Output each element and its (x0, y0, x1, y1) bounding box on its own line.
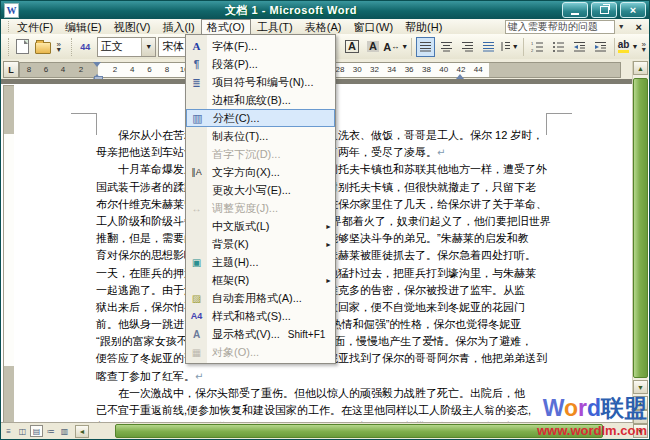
toolbar-grip[interactable] (4, 38, 9, 56)
menubar-item-1[interactable]: 文件(F) (11, 19, 59, 34)
document-line: 国武装干涉者的蹂躏和匪帮的洗劫。红军解放了谢别托夫卡镇，但很快就撤走了，只留下老 (96, 179, 576, 196)
distribute-button[interactable] (479, 37, 498, 57)
menu-item-显示格式[interactable]: A显示格式(V)...Shift+F1 (186, 325, 335, 343)
paragraph-mark: ↵ (437, 147, 445, 158)
char-shading-button[interactable]: A (363, 37, 382, 57)
line-spacing-button[interactable]: ▼ (500, 37, 519, 57)
tab-selector-button[interactable]: L (3, 61, 19, 78)
menubar-item-2[interactable]: 编辑(E) (59, 19, 108, 34)
style-combo-arrow-icon[interactable]: ▼ (141, 38, 155, 56)
ruler-number: 32 (370, 65, 379, 74)
menu-item-样式和格式[interactable]: A4样式和格式(S)... (186, 307, 335, 325)
menubar-item-7[interactable]: 表格(A) (299, 19, 348, 34)
ruler-number: 36 (405, 65, 414, 74)
help-question-box[interactable]: 键入需要帮助的问题 (505, 20, 615, 34)
watermark-url: www.wordlm.com (537, 424, 647, 437)
right-indent-marker[interactable] (456, 70, 464, 79)
menu-item-边框和底纹[interactable]: 边框和底纹(B)... (186, 91, 335, 109)
char-scale-button[interactable]: A↔▼ (384, 37, 406, 57)
ruler-number: 30 (353, 65, 362, 74)
bullets-button[interactable] (549, 37, 568, 57)
web-layout-view-button[interactable]: ◫ (16, 425, 29, 437)
menu-item-框架[interactable]: 框架(R)► (186, 271, 335, 289)
menu-item-分栏[interactable]: ▥分栏(C)... (186, 109, 335, 127)
center-button[interactable] (437, 37, 456, 57)
menubar-item-5[interactable]: 格式(O) (201, 19, 251, 34)
menu-item-label: 调整宽度(J)... (212, 201, 278, 216)
menu-item-字体[interactable]: A字体(F)... (186, 37, 335, 55)
decrease-indent-button[interactable] (570, 37, 589, 57)
close-button[interactable]: × (620, 2, 646, 18)
menu-item-label: 边框和底纹(B)... (212, 93, 291, 108)
new-document-button[interactable] (13, 37, 32, 57)
open-button[interactable] (34, 37, 53, 57)
numbering-button[interactable]: 12 (528, 37, 547, 57)
standard-toolbar-overflow-button[interactable]: »▾ (54, 42, 64, 52)
vertical-scrollbar-thumb[interactable] (633, 78, 648, 378)
justify-button[interactable] (416, 37, 435, 57)
ruler-number: 8 (27, 65, 31, 74)
outline-view-button[interactable]: ≔ (44, 425, 57, 437)
format-menu: A字体(F)...¶段落(P)...≣项目符号和编号(N)...边框和底纹(B)… (185, 34, 336, 364)
ruler-number: 8 (165, 65, 169, 74)
menu-item-中文版式[interactable]: 中文版式(L)► (186, 217, 335, 235)
menubar-grip[interactable] (3, 21, 9, 32)
close-icon: × (630, 5, 636, 15)
toolbar-separator (614, 38, 615, 56)
scroll-down-button[interactable]: ▼ (633, 380, 648, 394)
scroll-up-button[interactable]: ▲ (633, 61, 648, 75)
document-text[interactable]: 保尔从小在苦水中长大，早年丧父，母亲替人洗衣、做饭，哥哥是工人。保尔 12 岁时… (96, 127, 576, 436)
minimize-button[interactable] (562, 2, 588, 18)
bullets-icon (552, 41, 565, 52)
menu-item-label: 中文版式(L) (212, 219, 269, 234)
menu-item-段落[interactable]: ¶段落(P)... (186, 55, 335, 73)
menu-item-label: 分栏(C)... (213, 111, 259, 126)
print-layout-view-button[interactable]: ▤ (30, 425, 43, 437)
submenu-arrow-icon: ► (325, 277, 332, 284)
horizontal-scrollbar-thumb[interactable] (115, 424, 603, 438)
menu-item-自动套用格式[interactable]: ▨自动套用格式(A)... (186, 289, 335, 307)
reading-layout-view-button[interactable]: ▥ (58, 425, 71, 437)
scroll-left-button[interactable]: ◄ (75, 425, 89, 438)
styles-pane-button[interactable]: 44 (76, 37, 95, 57)
menu-item-更改大小写[interactable]: 更改大小写(E)... (186, 181, 335, 199)
highlight-button[interactable]: ab▼ (619, 37, 638, 57)
ruler-number: 6 (44, 65, 48, 74)
char-border-button[interactable]: A (342, 37, 361, 57)
ruler-number: 4 (61, 65, 65, 74)
watermark: Word联盟 www.wordlm.com (537, 393, 647, 437)
document-line: 母亲把他送到车站食堂当杂役，他在那儿一连干了两年，受尽了凌辱。↵ (96, 144, 576, 161)
vertical-scrollbar[interactable]: ▲ ▼ ▲ ● ▼ (632, 61, 648, 438)
menu-item-制表位[interactable]: 制表位(T)... (186, 127, 335, 145)
menu-item-调整宽度: ↔调整宽度(J)... (186, 199, 335, 217)
normal-view-button[interactable]: ≡ (2, 425, 15, 437)
increase-indent-button[interactable] (591, 37, 610, 57)
menu-item-背景[interactable]: 背景(K)► (186, 235, 335, 253)
document-line: 便答应了冬妮亚的请求在她家住了下来。后来冬妮亚找到了保尔的哥哥阿尔青，他把弟弟送… (96, 350, 576, 367)
menu-item-label: 背景(K) (212, 237, 249, 252)
svg-text:1: 1 (531, 41, 534, 46)
new-document-icon (16, 39, 29, 54)
menubar-item-8[interactable]: 窗口(W) (347, 19, 399, 34)
line-spacing-icon (500, 41, 510, 52)
menu-item-主题[interactable]: ▣主题(H)... (186, 253, 335, 271)
menubar-item-3[interactable]: 视图(V) (108, 19, 157, 34)
menu-item-文字方向[interactable]: ∥A文字方向(X)... (186, 163, 335, 181)
style-combo[interactable]: 正文 ▼ (97, 37, 157, 57)
menubar-item-6[interactable]: 工具(T) (251, 19, 299, 34)
document-line: 布尔什维克朱赫莱留守镇上做地下工作。朱赫莱在保尔家里住了几天，给保尔讲了关于革命… (96, 196, 576, 213)
document-line: 保尔从小在苦水中长大，早年丧父，母亲替人洗衣、做饭，哥哥是工人。保尔 12 岁时… (96, 127, 576, 144)
formatting-toolbar-grip[interactable] (67, 38, 72, 56)
menu-item-label: 对象(O)... (212, 345, 259, 360)
watermark-brand: Word联盟 (537, 393, 647, 424)
help-dropdown-icon[interactable]: ▼ (615, 23, 628, 30)
menubar-item-9[interactable]: 帮助(H) (399, 19, 448, 34)
menubar-item-4[interactable]: 插入(I) (156, 19, 200, 34)
formatting-toolbar-overflow-button[interactable]: »▾ (639, 42, 649, 52)
close-document-icon[interactable]: × (628, 21, 649, 33)
ruler-number: 44 (474, 65, 483, 74)
menu-item-项目符号和编号[interactable]: ≣项目符号和编号(N)... (186, 73, 335, 91)
align-right-button[interactable] (458, 37, 477, 57)
document-line: 一起逃跑了。由于波兰贵族李斯钦斯基家的儿子维克多的告密，保尔被投进了监牢。从监 (96, 282, 576, 299)
restore-button[interactable] (591, 2, 617, 18)
